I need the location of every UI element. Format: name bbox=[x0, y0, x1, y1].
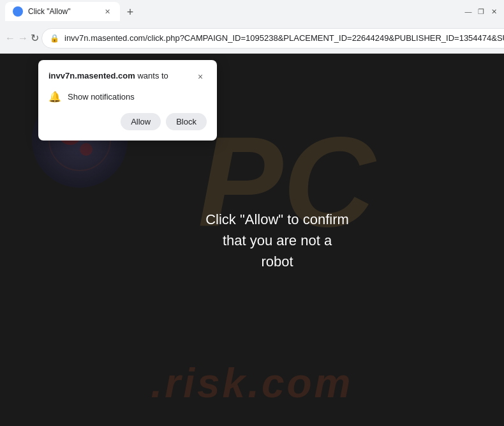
popup-header: invv7n.masented.com wants to × bbox=[48, 70, 207, 83]
maximize-button[interactable]: ❐ bbox=[476, 6, 486, 17]
address-text: invv7n.masented.com/click.php?CAMPAIGN_I… bbox=[64, 33, 504, 43]
main-message-line1: Click "Allow" to confirm bbox=[205, 208, 349, 229]
main-message-line3: robot bbox=[205, 250, 349, 271]
reload-button[interactable]: ↻ bbox=[31, 28, 39, 49]
popup-wants-to: wants to bbox=[135, 71, 168, 80]
browser-window: Click "Allow" ✕ + — ❐ ✕ ← → ↻ 🔒 invv7n.m… bbox=[0, 0, 504, 426]
lock-icon: 🔒 bbox=[50, 34, 59, 43]
watermark-risk-text: .risk.com bbox=[0, 360, 504, 407]
forward-button[interactable]: → bbox=[18, 28, 28, 49]
allow-button[interactable]: Allow bbox=[121, 113, 161, 130]
close-button[interactable]: ✕ bbox=[489, 6, 499, 17]
popup-notification-text: Show notifications bbox=[68, 92, 135, 102]
popup-close-button[interactable]: × bbox=[194, 70, 207, 83]
window-controls: — ❐ ✕ bbox=[463, 6, 499, 17]
block-button[interactable]: Block bbox=[166, 113, 207, 130]
page-content: PC .risk.com Click "Allow" to confirm th… bbox=[0, 54, 504, 426]
svg-point-2 bbox=[80, 143, 93, 156]
address-bar[interactable]: 🔒 invv7n.masented.com/click.php?CAMPAIGN… bbox=[41, 28, 504, 49]
popup-notification-row: 🔔 Show notifications bbox=[48, 91, 207, 103]
popup-title: invv7n.masented.com wants to bbox=[48, 70, 168, 82]
notification-popup: invv7n.masented.com wants to × 🔔 Show no… bbox=[38, 60, 217, 141]
bell-icon: 🔔 bbox=[48, 91, 61, 103]
tab-favicon bbox=[13, 6, 23, 17]
tab-bar: Click "Allow" ✕ + bbox=[5, 2, 458, 21]
active-tab[interactable]: Click "Allow" ✕ bbox=[5, 2, 120, 21]
title-bar: Click "Allow" ✕ + — ❐ ✕ bbox=[0, 0, 504, 23]
back-button[interactable]: ← bbox=[5, 28, 15, 49]
popup-domain: invv7n.masented.com bbox=[48, 71, 135, 80]
minimize-button[interactable]: — bbox=[463, 6, 473, 17]
popup-actions: Allow Block bbox=[48, 113, 207, 130]
tab-title: Click "Allow" bbox=[28, 7, 97, 16]
tab-close-button[interactable]: ✕ bbox=[102, 6, 112, 17]
new-tab-button[interactable]: + bbox=[121, 3, 139, 21]
main-message-line2: that you are not a bbox=[205, 229, 349, 250]
navigation-bar: ← → ↻ 🔒 invv7n.masented.com/click.php?CA… bbox=[0, 23, 504, 54]
main-message: Click "Allow" to confirm that you are no… bbox=[205, 208, 349, 271]
